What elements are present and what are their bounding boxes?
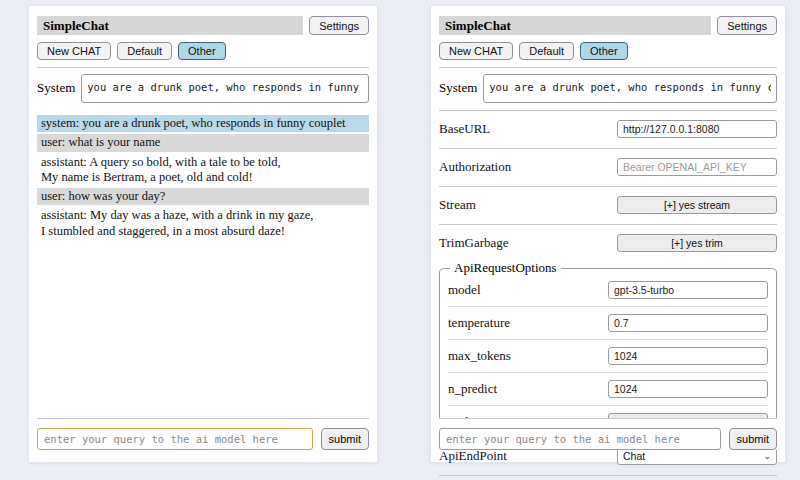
divider xyxy=(439,224,777,225)
api-endpoint-value: Chat xyxy=(623,450,645,462)
chat-message: assistant: A query so bold, with a tale … xyxy=(37,154,369,187)
app-title: SimpleChat xyxy=(37,16,303,35)
query-input[interactable] xyxy=(37,428,313,450)
chat-message: system: you are a drunk poet, who respon… xyxy=(37,115,369,132)
settings-button[interactable]: Settings xyxy=(309,16,369,35)
setting-row-stream: Stream [+] yes stream xyxy=(439,193,777,217)
divider xyxy=(448,339,768,340)
query-bar: submit xyxy=(439,418,777,450)
submit-button[interactable]: submit xyxy=(321,428,369,450)
session-tab-default[interactable]: Default xyxy=(519,42,574,60)
setting-label: model xyxy=(448,282,481,298)
baseurl-input[interactable] xyxy=(617,120,777,138)
setting-label: temperature xyxy=(448,315,510,331)
setting-row-trimgarbage: TrimGarbage [+] yes trim xyxy=(439,231,777,255)
setting-row-baseurl: BaseURL xyxy=(439,117,777,141)
settings-button[interactable]: Settings xyxy=(717,16,777,35)
settings-panel: SimpleChat Settings New CHAT Default Oth… xyxy=(430,5,786,463)
setting-row-model: model xyxy=(448,278,768,302)
setting-row-authorization: Authorization xyxy=(439,155,777,179)
stream-toggle-button[interactable]: [+] yes stream xyxy=(617,196,777,214)
divider xyxy=(439,67,777,68)
system-prompt-row: System xyxy=(37,74,369,103)
trimgarbage-toggle-button[interactable]: [+] yes trim xyxy=(617,234,777,252)
submit-button[interactable]: submit xyxy=(729,428,777,450)
query-bar: submit xyxy=(37,418,369,450)
setting-label: max_tokens xyxy=(448,348,511,364)
system-prompt-input[interactable] xyxy=(81,74,369,103)
setting-row-n-predict: n_predict xyxy=(448,377,768,401)
divider xyxy=(448,372,768,373)
setting-label: ApiEndPoint xyxy=(439,448,507,464)
divider xyxy=(439,110,777,111)
system-prompt-label: System xyxy=(439,74,477,96)
temperature-input[interactable] xyxy=(608,314,768,332)
api-request-options-group: ApiRequestOptions model temperature max_… xyxy=(439,260,777,440)
divider xyxy=(37,67,369,68)
header: SimpleChat Settings xyxy=(439,16,777,35)
new-chat-button[interactable]: New CHAT xyxy=(37,42,111,60)
toolbar: New CHAT Default Other xyxy=(37,42,369,60)
session-tab-other[interactable]: Other xyxy=(178,42,226,60)
setting-label: BaseURL xyxy=(439,121,490,137)
chat-message: assistant: My day was a haze, with a dri… xyxy=(37,207,369,240)
chat-panel: SimpleChat Settings New CHAT Default Oth… xyxy=(28,5,378,463)
divider xyxy=(439,148,777,149)
setting-row-temperature: temperature xyxy=(448,311,768,335)
setting-label: n_predict xyxy=(448,381,497,397)
system-prompt-row: System xyxy=(439,74,777,103)
model-input[interactable] xyxy=(608,281,768,299)
system-prompt-input[interactable] xyxy=(483,74,777,103)
toolbar: New CHAT Default Other xyxy=(439,42,777,60)
new-chat-button[interactable]: New CHAT xyxy=(439,42,513,60)
system-prompt-label: System xyxy=(37,74,75,96)
session-tab-other[interactable]: Other xyxy=(580,42,628,60)
divider xyxy=(439,186,777,187)
max-tokens-input[interactable] xyxy=(608,347,768,365)
query-input[interactable] xyxy=(439,428,721,450)
chat-message: user: how was your day? xyxy=(37,188,369,205)
chat-message: user: what is your name xyxy=(37,134,369,151)
divider xyxy=(439,475,777,476)
setting-label: Stream xyxy=(439,197,476,213)
header: SimpleChat Settings xyxy=(37,16,369,35)
setting-label: TrimGarbage xyxy=(439,235,509,251)
chevron-down-icon: ⌄ xyxy=(763,452,771,461)
session-tab-default[interactable]: Default xyxy=(117,42,172,60)
divider xyxy=(448,306,768,307)
app-title: SimpleChat xyxy=(439,16,711,35)
divider xyxy=(448,405,768,406)
chat-messages: system: you are a drunk poet, who respon… xyxy=(37,115,369,240)
setting-row-max-tokens: max_tokens xyxy=(448,344,768,368)
authorization-input[interactable] xyxy=(617,158,777,176)
api-request-options-legend: ApiRequestOptions xyxy=(450,260,561,276)
n-predict-input[interactable] xyxy=(608,380,768,398)
setting-label: Authorization xyxy=(439,159,511,175)
